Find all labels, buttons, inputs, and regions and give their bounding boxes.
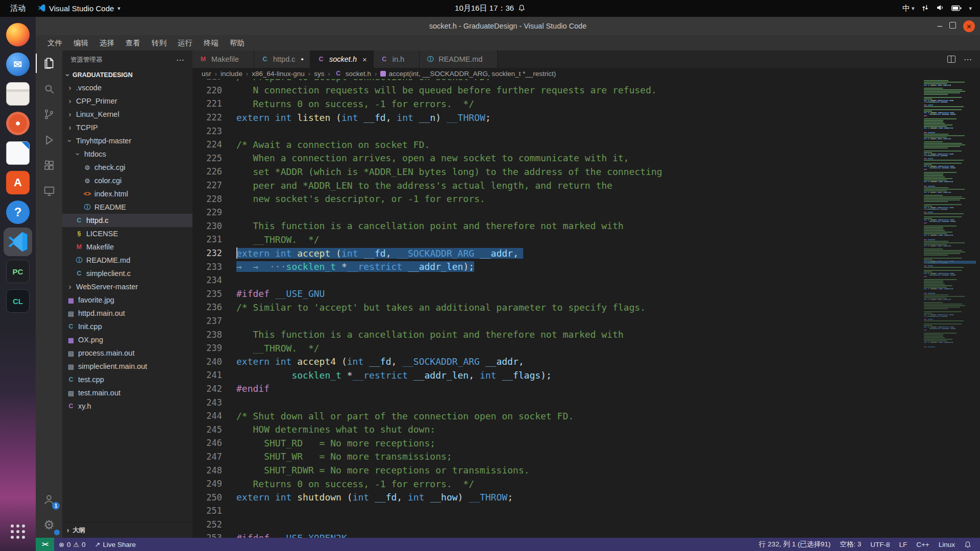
- title-bar[interactable]: socket.h - GraduateDesign - Visual Studi…: [36, 17, 980, 35]
- menu-item-4[interactable]: 查看: [120, 37, 146, 49]
- line-number[interactable]: 221: [192, 98, 222, 109]
- code-line-241[interactable]: 241 socklen_t *__restrict __addr_len, in…: [192, 368, 923, 382]
- line-number[interactable]: 223: [192, 126, 222, 136]
- tab-httpd.c[interactable]: Chttpd.c●: [254, 51, 310, 68]
- dock-item-firefox[interactable]: [4, 20, 32, 49]
- menu-item-6[interactable]: 运行: [172, 37, 198, 49]
- line-number[interactable]: 232: [192, 248, 222, 258]
- split-editor-icon[interactable]: [947, 56, 955, 63]
- code-line-233[interactable]: 233→ → ···socklen_t *__restrict __addr_l…: [192, 260, 923, 273]
- tree-file-test.cpp[interactable]: Ctest.cpp: [62, 373, 192, 386]
- line-number[interactable]: 239: [192, 343, 222, 353]
- dock-item-mail[interactable]: ✉: [4, 50, 32, 79]
- dock-item-help[interactable]: ?: [4, 198, 32, 227]
- line-number[interactable]: 253: [192, 533, 222, 538]
- line-number[interactable]: 225: [192, 153, 222, 163]
- code-line-244[interactable]: 244/* Shut down all or part of the conne…: [192, 409, 923, 423]
- dock-item-ubuntu-software[interactable]: A: [4, 168, 32, 197]
- minimize-button[interactable]: –: [938, 23, 942, 29]
- line-number[interactable]: 242: [192, 384, 222, 394]
- close-button[interactable]: ×: [963, 20, 975, 32]
- eol-indicator[interactable]: LF: [894, 541, 912, 548]
- tree-folder-Tinyhttpd-master[interactable]: ›Tinyhttpd-master: [62, 134, 192, 147]
- code-line-252[interactable]: 252: [192, 518, 923, 532]
- code-line-239[interactable]: 239 __THROW. */: [192, 341, 923, 355]
- line-number[interactable]: 248: [192, 465, 222, 475]
- chevron-down-icon[interactable]: ▾: [969, 5, 972, 12]
- dock-item-clion[interactable]: CL: [4, 287, 32, 315]
- breadcrumb-symbol[interactable]: accept(int, __SOCKADDR_ARG, socklen_t *_…: [380, 70, 556, 78]
- tab-socket.h[interactable]: Csocket.h×: [310, 51, 374, 68]
- live-share-button[interactable]: ↗ Live Share: [90, 538, 140, 551]
- line-number[interactable]: 220: [192, 85, 222, 95]
- code-line-242[interactable]: 242#endif: [192, 382, 923, 396]
- breadcrumb-file[interactable]: Csocket.h: [334, 70, 371, 78]
- tab-in.h[interactable]: Cin.h: [374, 51, 420, 68]
- code-line-248[interactable]: 248 SHUT_RDWR = No more receptions or tr…: [192, 463, 923, 477]
- modified-dot-icon[interactable]: ●: [301, 57, 304, 62]
- line-number[interactable]: 247: [192, 452, 222, 462]
- tree-file-index.html[interactable]: <>index.html: [62, 187, 192, 201]
- code-line-224[interactable]: 224/* Await a connection on socket FD.: [192, 138, 923, 152]
- more-actions-icon[interactable]: ⋯: [176, 55, 184, 65]
- code-line-247[interactable]: 247 SHUT_WR = No more transmissions;: [192, 450, 923, 464]
- code-line-235[interactable]: 235#ifdef __USE_GNU: [192, 287, 923, 301]
- line-number[interactable]: 237: [192, 316, 222, 326]
- cpp-configuration[interactable]: Linux: [934, 541, 960, 548]
- tree-file-httpd.main.out[interactable]: ▤httpd.main.out: [62, 307, 192, 320]
- tab-Makefile[interactable]: MMakefile: [192, 51, 254, 68]
- line-number[interactable]: 227: [192, 180, 222, 190]
- cursor-position[interactable]: 行 232, 列 1 (已选择91): [754, 540, 835, 549]
- activity-extensions[interactable]: [36, 153, 62, 178]
- network-icon[interactable]: [921, 4, 929, 13]
- line-number[interactable]: 219: [192, 79, 222, 82]
- tree-file-test.main.out[interactable]: ▤test.main.out: [62, 386, 192, 399]
- tree-folder-TCPIP[interactable]: ›TCPIP: [62, 121, 192, 134]
- editor-more-actions-icon[interactable]: ⋯: [964, 55, 972, 64]
- code-line-246[interactable]: 246 SHUT_RD = No more receptions;: [192, 436, 923, 450]
- code-line-234[interactable]: 234: [192, 273, 923, 287]
- line-number[interactable]: 245: [192, 424, 222, 435]
- input-method-indicator[interactable]: 中 ▾: [902, 4, 915, 13]
- breadcrumb-item[interactable]: x86_64-linux-gnu: [252, 70, 305, 78]
- line-number[interactable]: 252: [192, 519, 222, 530]
- line-number[interactable]: 236: [192, 302, 222, 312]
- line-number[interactable]: 230: [192, 221, 222, 231]
- outline-section[interactable]: › 大纲: [62, 522, 192, 538]
- code-line-236[interactable]: 236/* Similar to 'accept' but takes an a…: [192, 300, 923, 314]
- line-number[interactable]: 229: [192, 207, 222, 217]
- code-line-226[interactable]: 226 set *ADDR (which is *ADDR_LEN bytes …: [192, 165, 923, 179]
- code-line-238[interactable]: 238 This function is a cancellation poin…: [192, 328, 923, 341]
- tree-file-Makefile[interactable]: MMakefile: [62, 240, 192, 254]
- line-number[interactable]: 249: [192, 479, 222, 489]
- code-line-223[interactable]: 223: [192, 124, 923, 138]
- code-line-240[interactable]: 240extern int accept4 (int __fd, __SOCKA…: [192, 355, 923, 368]
- line-number[interactable]: 240: [192, 357, 222, 367]
- tab-README.md[interactable]: ⓘREADME.md: [420, 51, 498, 68]
- tree-folder-Linux_Kernel[interactable]: ›Linux_Kernel: [62, 108, 192, 121]
- dock-item-vscode[interactable]: [4, 228, 32, 256]
- tree-file-httpd.c[interactable]: Chttpd.c: [62, 214, 192, 227]
- line-number[interactable]: 224: [192, 139, 222, 149]
- dock-item-pycharm[interactable]: PC: [4, 257, 32, 286]
- code-line-227[interactable]: 227 peer and *ADDR_LEN to the address's …: [192, 179, 923, 192]
- dock-item-libreoffice[interactable]: [4, 139, 32, 167]
- activity-settings[interactable]: ⚙: [36, 512, 62, 538]
- line-number[interactable]: 222: [192, 112, 222, 122]
- line-number[interactable]: 238: [192, 330, 222, 340]
- menu-item-8[interactable]: 帮助: [224, 37, 250, 49]
- menu-item-5[interactable]: 转到: [146, 37, 172, 49]
- code-line-225[interactable]: 225 When a connection arrives, open a ne…: [192, 152, 923, 165]
- language-mode[interactable]: C++: [912, 541, 934, 548]
- tree-file-color.cgi[interactable]: ⚙color.cgi: [62, 174, 192, 187]
- code-line-251[interactable]: 251: [192, 504, 923, 518]
- app-menu[interactable]: Visual Studio Code ▾: [38, 4, 120, 13]
- tree-file-OX.png[interactable]: ▦OX.png: [62, 333, 192, 346]
- line-number[interactable]: 241: [192, 370, 222, 380]
- tree-file-process.main.out[interactable]: ▤process.main.out: [62, 346, 192, 360]
- code-line-249[interactable]: 249 Returns 0 on success, -1 for errors.…: [192, 477, 923, 491]
- minimap[interactable]: [923, 79, 980, 538]
- activity-source-control[interactable]: [36, 102, 62, 127]
- encoding-indicator[interactable]: UTF-8: [866, 541, 894, 548]
- menu-item-7[interactable]: 终端: [198, 37, 224, 49]
